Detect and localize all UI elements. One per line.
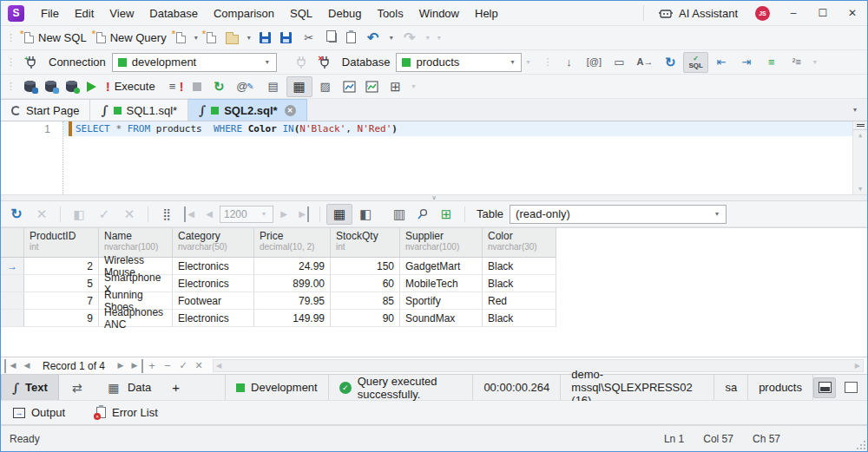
run-button[interactable] (82, 76, 101, 97)
disconnect-button[interactable]: ✕ (313, 52, 336, 73)
refresh-results-button[interactable]: ↻ (4, 204, 29, 225)
last-record-button[interactable]: ▶ (129, 359, 143, 373)
new-file-button[interactable]: * (202, 28, 220, 49)
results-grid[interactable]: ProductIDintNamenvarchar(100)Categorynva… (1, 228, 556, 327)
redo-button[interactable]: ↷ (398, 28, 422, 49)
add-result-tab-button[interactable]: + (161, 375, 190, 400)
column-header-category[interactable]: Categorynvarchar(50) (173, 228, 254, 258)
query-history-button[interactable]: ↻ (207, 76, 231, 97)
grid-cell[interactable]: 60 (331, 275, 400, 292)
grid-cell[interactable]: Black (483, 258, 556, 275)
redo-dropdown[interactable]: ▾ (423, 34, 433, 42)
horizontal-scrollbar[interactable]: ◀ ▶ (213, 359, 864, 372)
scroll-up-icon[interactable]: ▲ (858, 130, 862, 141)
grid-cell[interactable]: 2 (24, 258, 99, 275)
grid-cell[interactable]: 7 (24, 292, 99, 310)
card-view-button[interactable]: ◧ (353, 204, 378, 225)
editor-scrollbar[interactable]: ▲ ▼ (852, 121, 867, 194)
grid-cell[interactable]: SoundMax (400, 310, 483, 327)
grid-cell[interactable]: Black (483, 310, 556, 327)
grid-cell[interactable]: Headphones ANC (99, 310, 173, 327)
new-sql-button[interactable]: * New SQL (20, 28, 91, 49)
connection-combo-dropdown[interactable]: ▾ (262, 58, 273, 66)
pivot-table-button[interactable]: ⊞ (384, 76, 408, 97)
cut-button[interactable]: ✂ (297, 28, 321, 49)
refresh-code-button[interactable]: ↻ (658, 52, 682, 73)
code-pane[interactable]: SELECT * FROM products WHERE Color IN(N'… (63, 121, 852, 194)
new-document-dropdown[interactable]: ▾ (191, 34, 201, 42)
menu-edit[interactable]: Edit (67, 1, 102, 25)
grid-cell[interactable]: Electronics (173, 275, 254, 292)
prev-page-button[interactable]: ◀ (200, 204, 219, 225)
results-grid-button[interactable]: ▦ (286, 76, 312, 97)
execute-button[interactable]: ! Execute (102, 76, 160, 97)
page-size-dropdown[interactable]: ▾ (259, 210, 269, 218)
paste-button[interactable] (342, 28, 360, 49)
environment-indicator[interactable]: Development (225, 375, 329, 400)
menu-window[interactable]: Window (411, 1, 467, 25)
grid-cell[interactable]: Footwear (173, 292, 254, 310)
save-all-button[interactable] (276, 28, 296, 49)
menu-comparison[interactable]: Comparison (206, 1, 282, 25)
last-page-button[interactable]: ▶ (294, 204, 313, 225)
user-avatar-badge[interactable]: JS (755, 6, 770, 21)
scroll-down-icon[interactable]: ▼ (858, 184, 862, 194)
grid-view-button[interactable]: ▦ (326, 204, 352, 225)
grid-cell[interactable]: 85 (331, 292, 400, 310)
grid-cell[interactable]: GadgetMart (400, 258, 483, 275)
grid-cell[interactable]: 79.95 (254, 292, 331, 310)
tab-output[interactable]: → Output (13, 406, 65, 419)
minimize-button[interactable]: – (779, 1, 808, 25)
next-record-button[interactable]: ▶ (114, 359, 128, 373)
append-record-button[interactable]: + (145, 359, 159, 373)
collapse-icon[interactable]: ∨ (431, 194, 436, 201)
column-header-productid[interactable]: ProductIDint (24, 228, 99, 258)
copy-button[interactable] (322, 28, 341, 49)
first-record-button[interactable]: ◀ (4, 359, 18, 373)
row-selector[interactable]: → (1, 258, 24, 275)
connection-combo[interactable]: development ▾ (112, 53, 277, 72)
new-query-button[interactable]: * New Query (92, 28, 171, 49)
first-page-button[interactable]: ◀ (180, 204, 199, 225)
open-file-button[interactable] (221, 28, 243, 49)
query-builder-button[interactable]: ▨ (313, 76, 338, 97)
select-block-button[interactable]: ▭ (607, 52, 631, 73)
navigate-to-button[interactable]: A→ (632, 52, 657, 73)
current-code-line[interactable]: SELECT * FROM products WHERE Color IN(N'… (63, 121, 852, 136)
grid-cell[interactable]: 149.99 (254, 310, 331, 327)
split-layout-button[interactable] (813, 377, 836, 398)
new-document-button[interactable]: * (172, 28, 190, 49)
grid-cell[interactable]: 90 (331, 310, 400, 327)
next-page-button[interactable]: ▶ (274, 204, 293, 225)
maximize-button[interactable]: ☐ (808, 1, 838, 25)
menu-database[interactable]: Database (141, 1, 206, 25)
commit-changes-button[interactable]: ◧ (67, 204, 91, 225)
row-selector[interactable] (1, 275, 24, 292)
grid-cell[interactable]: Red (483, 292, 556, 310)
send-results-button[interactable]: @✎ (232, 76, 260, 97)
toolbar-grip[interactable]: ⋮ (542, 56, 551, 68)
refresh-database-button[interactable] (41, 76, 61, 97)
stop-button[interactable] (188, 76, 206, 97)
grid-cell[interactable]: 899.00 (254, 275, 331, 292)
splitter-handle-icon[interactable] (853, 121, 867, 130)
grid-cell[interactable]: 9 (24, 310, 99, 327)
page-size-combo[interactable]: 1200 ▾ (220, 206, 273, 223)
column-header-price[interactable]: Pricedecimal(10, 2) (254, 228, 331, 258)
database-combo[interactable]: products ▾ (396, 53, 522, 72)
tab-sql2-sql[interactable]: ∫SQL2.sql*✕ (188, 99, 307, 121)
toolbar-overflow-dropdown[interactable]: ▾ (434, 34, 444, 42)
cancel-refresh-button[interactable]: ✕ (30, 204, 54, 225)
save-button[interactable] (255, 28, 275, 49)
database-extra-dropdown[interactable]: ▾ (523, 58, 533, 66)
menu-debug[interactable]: Debug (320, 1, 369, 25)
format-sql-button[interactable]: ✓SQL (683, 52, 707, 73)
export-chart-button[interactable]: ↓ (361, 76, 383, 97)
toolbar-grip[interactable]: ⋮ (6, 56, 15, 68)
comment-lines-button[interactable]: ²≡ (785, 52, 809, 73)
ai-assistant-button[interactable]: AI Assistant (649, 1, 746, 25)
increase-indent-button[interactable]: ⇥ (734, 52, 759, 73)
edit-database-button[interactable] (20, 76, 40, 97)
column-chooser-button[interactable]: ▥ (387, 204, 411, 225)
menu-help[interactable]: Help (467, 1, 506, 25)
